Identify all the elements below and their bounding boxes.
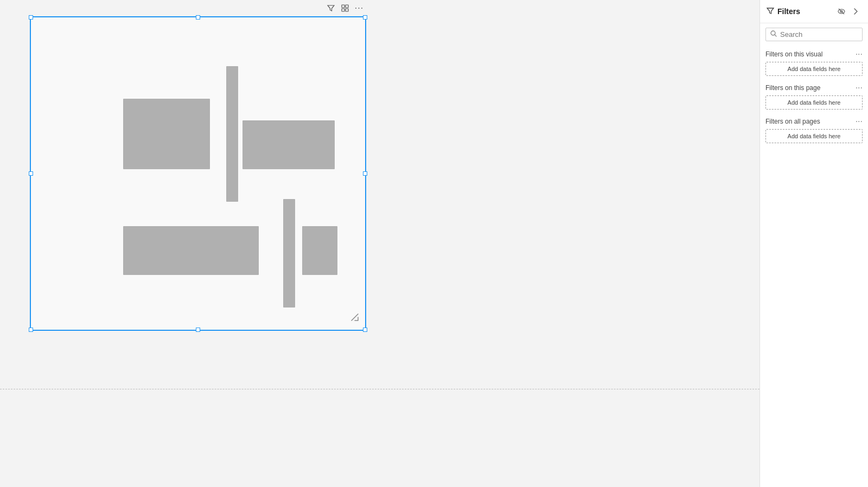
chart-content (31, 17, 365, 330)
focus-mode-button[interactable] (339, 2, 351, 14)
search-icon (770, 30, 777, 39)
filter-section-visual-title: Filters on this visual (765, 50, 822, 58)
chart-bar (226, 66, 238, 202)
more-options-button[interactable]: ··· (353, 2, 365, 14)
chart-bar (283, 199, 295, 307)
search-input[interactable] (780, 30, 858, 39)
filter-section-visual-header: Filters on this visual ··· (765, 50, 863, 59)
filter-section-page-title: Filters on this page (765, 84, 820, 92)
filter-section-page-menu[interactable]: ··· (856, 84, 863, 92)
filters-expand-button[interactable] (850, 5, 861, 17)
visual-toolbar: ··· (325, 2, 365, 14)
filter-section-page-header: Filters on this page ··· (765, 84, 863, 92)
filters-header: Filters (760, 0, 868, 23)
main-canvas: ··· (0, 0, 760, 487)
filter-section-visual-menu[interactable]: ··· (856, 50, 863, 59)
svg-rect-2 (342, 9, 344, 11)
chart-bar (242, 120, 335, 169)
more-options-icon: ··· (355, 4, 363, 12)
svg-line-8 (775, 35, 776, 36)
svg-rect-3 (346, 9, 348, 11)
filter-section-page: Filters on this page ··· Add data fields… (760, 79, 868, 113)
add-data-visual-button[interactable]: Add data fields here (765, 62, 863, 76)
filters-title-group: Filters (767, 7, 800, 16)
page-bottom-border (0, 389, 760, 389)
visual-container[interactable]: ··· (30, 16, 366, 331)
filter-section-all-pages-header: Filters on all pages ··· (765, 117, 863, 126)
resize-icon (350, 312, 360, 324)
filter-section-all-pages-menu[interactable]: ··· (856, 117, 863, 126)
chart-bar (302, 226, 337, 275)
filters-title: Filters (777, 7, 800, 16)
add-data-all-pages-button[interactable]: Add data fields here (765, 129, 863, 143)
filter-visual-button[interactable] (325, 2, 337, 14)
svg-rect-0 (342, 5, 344, 8)
chart-bar (123, 226, 259, 275)
search-box[interactable] (765, 28, 863, 41)
filters-panel: Filters (760, 0, 868, 487)
filters-eye-button[interactable] (835, 5, 847, 17)
filters-header-actions (835, 5, 861, 17)
filter-section-all-pages-title: Filters on all pages (765, 118, 820, 125)
chart-bar (123, 99, 210, 169)
filter-section-visual: Filters on this visual ··· Add data fiel… (760, 46, 868, 79)
add-data-page-button[interactable]: Add data fields here (765, 95, 863, 110)
filter-section-all-pages: Filters on all pages ··· Add data fields… (760, 113, 868, 146)
svg-rect-1 (346, 5, 348, 8)
filters-funnel-icon (767, 7, 774, 16)
